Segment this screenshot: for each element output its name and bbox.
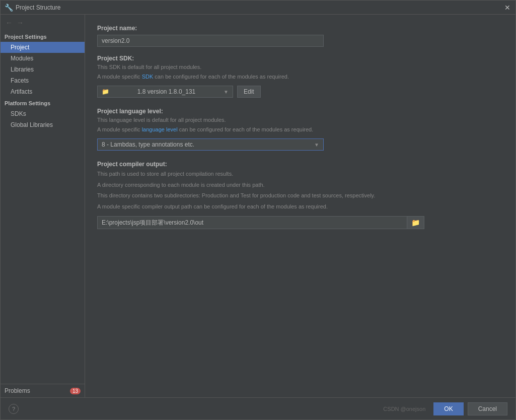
lang-desc2: A module specific language level can be …: [97, 125, 503, 134]
project-settings-header: Project Settings: [1, 31, 85, 42]
lang-label: Project language level:: [97, 108, 503, 115]
project-name-input[interactable]: [97, 35, 324, 47]
window-icon: 🔧: [5, 4, 13, 12]
project-structure-window: 🔧 Project Structure ✕ ← → Project Settin…: [0, 0, 516, 420]
sidebar-item-artifacts[interactable]: Artifacts: [1, 86, 85, 97]
sdk-edit-button[interactable]: Edit: [237, 86, 261, 98]
sdk-dropdown[interactable]: 📁 1.8 version 1.8.0_131 ▼: [97, 86, 233, 98]
sidebar: ← → Project Settings Project Modules Lib…: [1, 15, 85, 397]
problems-badge: 13: [70, 388, 81, 394]
sidebar-item-sdks[interactable]: SDKs: [1, 108, 85, 119]
sdk-chevron-icon: ▼: [224, 89, 229, 95]
platform-settings-header: Platform Settings: [1, 97, 85, 108]
sdk-section: Project SDK: This SDK is default for all…: [97, 55, 503, 98]
footer: ? CSDN @onejson OK Cancel: [1, 397, 515, 419]
lang-desc1: This language level is default for all p…: [97, 116, 503, 124]
sidebar-bottom: Problems 13: [1, 384, 85, 397]
sdk-link: SDK: [142, 74, 154, 80]
sdk-value: 1.8 version 1.8.0_131: [137, 88, 195, 95]
watermark: CSDN @onejson: [383, 406, 425, 412]
sidebar-item-facets[interactable]: Facets: [1, 75, 85, 86]
lang-value: 8 - Lambdas, type annotations etc.: [102, 141, 194, 148]
sidebar-item-modules[interactable]: Modules: [1, 53, 85, 64]
problems-label: Problems: [5, 387, 30, 394]
sdk-desc1: This SDK is default for all project modu…: [97, 63, 503, 72]
compiler-desc2: A directory corresponding to each module…: [97, 181, 503, 190]
compiler-folder-button[interactable]: 📁: [407, 217, 424, 229]
sdk-icon: 📁: [102, 88, 109, 95]
title-bar: 🔧 Project Structure ✕: [1, 1, 515, 15]
compiler-desc3: This directory contains two subdirectori…: [97, 191, 503, 200]
lang-dropdown[interactable]: 8 - Lambdas, type annotations etc. ▼: [97, 138, 324, 151]
sdk-desc2: A module specific SDK can be configured …: [97, 73, 503, 81]
compiler-path-row: 📁: [97, 216, 424, 229]
cancel-button[interactable]: Cancel: [468, 402, 507, 415]
lang-link: language level: [142, 126, 178, 132]
content-area: ← → Project Settings Project Modules Lib…: [1, 15, 515, 397]
sidebar-item-global-libraries[interactable]: Global Libraries: [1, 119, 85, 130]
lang-chevron-icon: ▼: [314, 142, 319, 148]
compiler-desc1: This path is used to store all project c…: [97, 170, 503, 179]
lang-section: Project language level: This language le…: [97, 108, 503, 151]
compiler-desc4: A module specific compiler output path c…: [97, 202, 503, 212]
close-button[interactable]: ✕: [503, 4, 511, 12]
help-button[interactable]: ?: [9, 404, 19, 414]
window-title: Project Structure: [16, 4, 503, 11]
compiler-path-input[interactable]: [98, 217, 407, 228]
compiler-label: Project compiler output:: [97, 161, 503, 168]
ok-button[interactable]: OK: [433, 402, 463, 415]
forward-arrow[interactable]: →: [16, 18, 25, 28]
sdk-row: 📁 1.8 version 1.8.0_131 ▼ Edit: [97, 86, 503, 98]
sidebar-item-project[interactable]: Project: [1, 42, 85, 53]
compiler-section: Project compiler output: This path is us…: [97, 161, 503, 229]
main-panel: Project name: Project SDK: This SDK is d…: [85, 15, 515, 397]
project-name-label: Project name:: [97, 25, 503, 32]
sidebar-nav: ← →: [1, 15, 85, 31]
sidebar-item-libraries[interactable]: Libraries: [1, 64, 85, 75]
back-arrow[interactable]: ←: [5, 18, 14, 28]
sdk-label: Project SDK:: [97, 55, 503, 62]
sidebar-item-problems[interactable]: Problems 13: [1, 384, 85, 397]
